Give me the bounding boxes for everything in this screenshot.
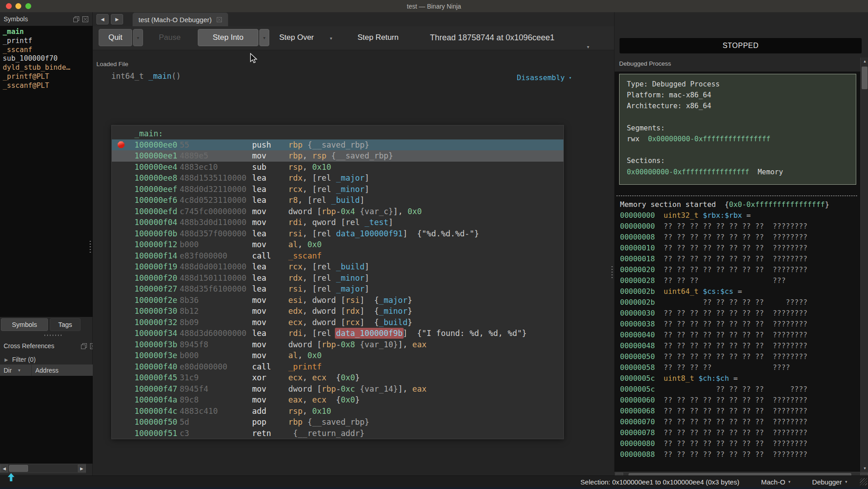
step-into-dropdown-button[interactable]: ▾	[259, 29, 269, 46]
disasm-row[interactable]: 100000ef64c8d0523110000lear8, [rel _buil…	[112, 195, 563, 206]
breakpoint-icon[interactable]	[118, 141, 124, 148]
right-splitter-handle[interactable]	[611, 266, 613, 278]
disasm-label-row[interactable]: _main:	[112, 128, 563, 139]
quit-dropdown-button[interactable]: ▾	[133, 29, 143, 46]
disasm-row[interactable]: 100000f34488d3d60000000leardi, [rel data…	[112, 328, 563, 339]
disasm-row[interactable]: 100000f478945f4movdword [rbp-0xc {var_14…	[112, 384, 563, 395]
xrefs-column-address[interactable]: Address	[32, 367, 58, 374]
disasm-row[interactable]: 100000f2e8b36movesi, dword [rsi] {_major…	[112, 295, 563, 306]
disasm-row[interactable]: 100000f51c3retn {__return_addr}	[112, 428, 563, 439]
view-mode-selector[interactable]: Debugger ▾	[812, 478, 847, 486]
pause-button[interactable]: Pause	[156, 29, 183, 46]
disasm-row[interactable]: 100000f4531c9xorecx, ecx {0x0}	[112, 372, 563, 384]
memory-row[interactable]: 00000008 ?? ?? ?? ?? ?? ?? ?? ?? ???????…	[620, 233, 829, 244]
scroll-down-icon[interactable]: ▼	[861, 465, 868, 472]
memory-row[interactable]: 00000048 ?? ?? ?? ?? ?? ?? ?? ?? ???????…	[620, 341, 829, 352]
symbol-item[interactable]: _printf@PLT	[0, 72, 93, 82]
step-return-button[interactable]: Step Return	[358, 29, 399, 46]
zoom-window-button[interactable]	[25, 3, 31, 9]
memory-row[interactable]: 00000070 ?? ?? ?? ?? ?? ?? ?? ?? ???????…	[620, 417, 829, 428]
disasm-row[interactable]: 100000f4a89c8moveax, ecx {0x0}	[112, 394, 563, 406]
disasm-row[interactable]: 100000eef488d0d32110000learcx, [rel _min…	[112, 184, 563, 195]
disasm-row[interactable]: 100000f308b12movedx, dword [rdx] {_minor…	[112, 306, 563, 317]
thread-dropdown-icon[interactable]: ▾	[587, 44, 589, 49]
disasm-row[interactable]: 100000ee44883ec10subrsp, 0x10	[112, 162, 563, 173]
disasm-row[interactable]: 100000f27488d35f6100000learsi, [rel _maj…	[112, 283, 563, 295]
memory-row[interactable]: 00000000 ?? ?? ?? ?? ?? ?? ?? ?? ???????…	[620, 222, 829, 233]
symbol-item[interactable]: _main	[0, 28, 93, 37]
nav-back-button[interactable]: ◀	[96, 14, 109, 24]
memory-row[interactable]: 0000002b ?? ?? ?? ?? ?? ?????	[620, 298, 829, 309]
file-format-selector[interactable]: Mach-O ▾	[761, 478, 791, 486]
view-type-selector[interactable]: Disassembly ▾	[517, 73, 572, 82]
nav-forward-button[interactable]: ▶	[111, 14, 123, 24]
step-into-button[interactable]: Step Into	[198, 29, 258, 46]
symbol-item[interactable]: _sscanf	[0, 46, 93, 55]
disasm-row[interactable]: 100000ee055pushrbp {__saved_rbp}	[112, 139, 563, 151]
scroll-thumb[interactable]	[9, 465, 28, 472]
disasm-row[interactable]: 100000f14e83f000000call_sscanf	[112, 250, 563, 262]
scroll-left-icon[interactable]: ◀	[0, 465, 8, 472]
memory-row[interactable]: 00000028 ?? ?? ?? ???	[620, 276, 829, 287]
disasm-row[interactable]: 100000f505dpoprbp {__saved_rbp}	[112, 417, 563, 428]
memory-row[interactable]: 00000088 ?? ?? ?? ?? ?? ?? ?? ?? ???????…	[620, 450, 829, 461]
memory-row[interactable]: 00000038 ?? ?? ?? ?? ?? ?? ?? ?? ???????…	[620, 320, 829, 331]
memory-row[interactable]: 00000068 ?? ?? ?? ?? ?? ?? ?? ?? ???????…	[620, 407, 829, 417]
memory-row[interactable]: 0000002b uint64_t $cs:$cs =	[620, 287, 829, 298]
memory-row[interactable]: 00000050 ?? ?? ?? ?? ?? ?? ?? ?? ???????…	[620, 352, 829, 363]
close-window-button[interactable]	[6, 3, 12, 9]
disasm-row[interactable]: 100000f19488d0d00110000learcx, [rel _bui…	[112, 261, 563, 273]
popout-panel-icon[interactable]	[73, 16, 80, 23]
memory-row[interactable]: 00000020 ?? ?? ?? ?? ?? ?? ?? ?? ???????…	[620, 265, 829, 276]
navigation-up-icon[interactable]	[7, 473, 15, 482]
disasm-row[interactable]: 100000f20488d1501110000leardx, [rel _min…	[112, 273, 563, 284]
step-over-dropdown-icon[interactable]: ▾	[330, 36, 332, 41]
disasm-row[interactable]: 100000f40e80d000000call_printf	[112, 361, 563, 373]
close-panel-icon[interactable]	[82, 16, 89, 23]
xrefs-filter-toggle[interactable]: ▶ Filter (0)	[5, 355, 36, 364]
symbol-item[interactable]: sub_100000f70	[0, 54, 93, 63]
minimize-window-button[interactable]	[15, 3, 21, 9]
resize-grip[interactable]	[860, 478, 867, 485]
symbol-item[interactable]: dyld_stub_binde…	[0, 63, 93, 72]
step-over-button[interactable]: Step Over	[279, 29, 314, 46]
disasm-row[interactable]: 100000efdc745fc00000000movdword [rbp-0x4…	[112, 206, 563, 217]
memory-row[interactable]: 00000080 ?? ?? ?? ?? ?? ?? ?? ?? ???????…	[620, 439, 829, 450]
memory-row[interactable]: 00000058 ?? ?? ?? ?? ????	[620, 363, 829, 374]
memory-row[interactable]: 00000010 ?? ?? ?? ?? ?? ?? ?? ?? ???????…	[620, 244, 829, 254]
disasm-row[interactable]: 100000f3b8945f8movdword [rbp-0x8 {var_10…	[112, 339, 563, 350]
tab-symbols[interactable]: Symbols	[1, 318, 48, 331]
tab-tags[interactable]: Tags	[50, 318, 81, 331]
panel-resize-handle[interactable]	[44, 335, 62, 336]
disasm-row[interactable]: 100000ee14889e5movrbp, rsp {__saved_rbp}	[112, 150, 563, 162]
memory-row[interactable]: 0000005c uint8_t $ch:$ch =	[620, 374, 829, 385]
scroll-thumb[interactable]	[862, 67, 868, 89]
sidebar-splitter-handle[interactable]	[90, 241, 91, 253]
memory-row[interactable]: 00000060 ?? ?? ?? ?? ?? ?? ?? ?? ???????…	[620, 396, 829, 407]
disasm-row[interactable]: 100000f328b09movecx, dword [rcx] {_build…	[112, 317, 563, 328]
scroll-up-icon[interactable]: ▲	[861, 58, 868, 65]
symbol-item[interactable]: _printf	[0, 37, 93, 46]
disasm-row[interactable]: 100000ee8488d1535110000leardx, [rel _maj…	[112, 173, 563, 184]
scroll-right-icon[interactable]: ▶	[78, 465, 86, 472]
disasm-row[interactable]: 100000f3eb000moval, 0x0	[112, 350, 563, 361]
thread-selector[interactable]: Thread 18758744 at 0x1096ceee1	[430, 29, 554, 46]
disasm-row[interactable]: 100000f04488b3d0d110000movrdi, qword [re…	[112, 217, 563, 228]
symbol-item[interactable]: _sscanf@PLT	[0, 82, 93, 91]
memory-row[interactable]: 00000018 ?? ?? ?? ?? ?? ?? ?? ?? ???????…	[620, 254, 829, 265]
memory-row[interactable]: 00000078 ?? ?? ?? ?? ?? ?? ?? ?? ???????…	[620, 428, 829, 439]
quit-button[interactable]: Quit	[99, 29, 132, 46]
disasm-row[interactable]: 100000f4c4883c410addrsp, 0x10	[112, 406, 563, 417]
document-tab[interactable]: test (Mach-O Debugger)	[133, 13, 228, 26]
memory-row[interactable]: 0000005c ?? ?? ?? ?? ????	[620, 385, 829, 396]
popout-panel-icon[interactable]	[81, 343, 87, 350]
memory-row[interactable]: 00000000 uint32_t $rbx:$rbx =	[620, 211, 829, 222]
disasm-row[interactable]: 100000f12b000moval, 0x0	[112, 239, 563, 250]
memory-vertical-scrollbar[interactable]: ▲ ▼	[860, 58, 868, 472]
tab-close-icon[interactable]	[216, 17, 222, 23]
memory-row[interactable]: 00000030 ?? ?? ?? ?? ?? ?? ?? ?? ???????…	[620, 309, 829, 320]
disasm-row[interactable]: 100000f0b488d357f000000learsi, [rel data…	[112, 228, 563, 240]
xrefs-column-dir[interactable]: Dir ▾	[0, 364, 32, 376]
sidebar-horizontal-scrollbar[interactable]: ◀ ▶	[0, 464, 86, 473]
memory-row[interactable]: 00000040 ?? ?? ?? ?? ?? ?? ?? ?? ???????…	[620, 331, 829, 341]
